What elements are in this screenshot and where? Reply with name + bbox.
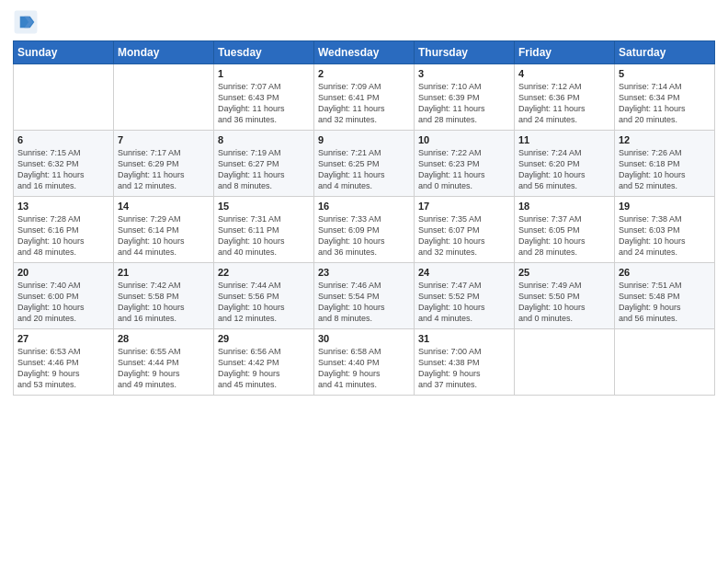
- cell-content: Sunrise: 6:53 AM Sunset: 4:46 PM Dayligh…: [17, 346, 109, 391]
- day-number: 26: [619, 267, 711, 278]
- header-row-days: SundayMondayTuesdayWednesdayThursdayFrid…: [14, 41, 715, 64]
- cell-content: Sunrise: 7:26 AM Sunset: 6:18 PM Dayligh…: [619, 147, 711, 192]
- day-number: 27: [17, 333, 109, 344]
- calendar-cell: 6Sunrise: 7:15 AM Sunset: 6:32 PM Daylig…: [14, 131, 114, 197]
- day-number: 28: [118, 333, 210, 344]
- calendar-cell: 2Sunrise: 7:09 AM Sunset: 6:41 PM Daylig…: [314, 64, 415, 131]
- day-number: 16: [318, 201, 410, 212]
- day-number: 6: [17, 134, 109, 145]
- cell-content: Sunrise: 6:58 AM Sunset: 4:40 PM Dayligh…: [318, 346, 410, 391]
- calendar-cell: 21Sunrise: 7:42 AM Sunset: 5:58 PM Dayli…: [114, 263, 214, 329]
- calendar-cell: 12Sunrise: 7:26 AM Sunset: 6:18 PM Dayli…: [615, 131, 715, 197]
- calendar-cell: [114, 64, 214, 131]
- cell-content: Sunrise: 7:38 AM Sunset: 6:03 PM Dayligh…: [619, 213, 711, 259]
- cell-content: Sunrise: 7:46 AM Sunset: 5:54 PM Dayligh…: [318, 280, 410, 325]
- cell-content: Sunrise: 7:14 AM Sunset: 6:34 PM Dayligh…: [619, 81, 711, 126]
- cell-content: Sunrise: 7:28 AM Sunset: 6:16 PM Dayligh…: [17, 213, 109, 259]
- day-number: 20: [17, 267, 109, 278]
- calendar-week-1: 1Sunrise: 7:07 AM Sunset: 6:43 PM Daylig…: [14, 64, 715, 131]
- cell-content: Sunrise: 7:09 AM Sunset: 6:41 PM Dayligh…: [318, 81, 410, 126]
- calendar-cell: 17Sunrise: 7:35 AM Sunset: 6:07 PM Dayli…: [415, 197, 515, 263]
- calendar-cell: 27Sunrise: 6:53 AM Sunset: 4:46 PM Dayli…: [14, 329, 114, 396]
- calendar-cell: 1Sunrise: 7:07 AM Sunset: 6:43 PM Daylig…: [214, 64, 314, 131]
- day-number: 5: [619, 68, 711, 79]
- day-number: 2: [318, 68, 410, 79]
- day-number: 22: [218, 267, 310, 278]
- calendar-cell: 16Sunrise: 7:33 AM Sunset: 6:09 PM Dayli…: [314, 197, 415, 263]
- calendar-cell: 7Sunrise: 7:17 AM Sunset: 6:29 PM Daylig…: [114, 131, 214, 197]
- day-number: 15: [218, 201, 310, 212]
- day-number: 7: [118, 134, 210, 145]
- calendar-cell: 26Sunrise: 7:51 AM Sunset: 5:48 PM Dayli…: [615, 263, 715, 329]
- calendar-cell: 5Sunrise: 7:14 AM Sunset: 6:34 PM Daylig…: [615, 64, 715, 131]
- day-number: 10: [418, 134, 510, 145]
- cell-content: Sunrise: 7:19 AM Sunset: 6:27 PM Dayligh…: [218, 147, 310, 192]
- calendar-week-3: 13Sunrise: 7:28 AM Sunset: 6:16 PM Dayli…: [14, 197, 715, 263]
- cell-content: Sunrise: 7:42 AM Sunset: 5:58 PM Dayligh…: [118, 280, 210, 325]
- cell-content: Sunrise: 7:07 AM Sunset: 6:43 PM Dayligh…: [218, 81, 310, 126]
- calendar-cell: 18Sunrise: 7:37 AM Sunset: 6:05 PM Dayli…: [515, 197, 615, 263]
- day-number: 31: [418, 333, 510, 344]
- day-number: 9: [318, 134, 410, 145]
- header-day-tuesday: Tuesday: [214, 41, 314, 64]
- calendar-cell: 25Sunrise: 7:49 AM Sunset: 5:50 PM Dayli…: [515, 263, 615, 329]
- day-number: 23: [318, 267, 410, 278]
- cell-content: Sunrise: 7:15 AM Sunset: 6:32 PM Dayligh…: [17, 147, 109, 192]
- calendar-cell: 10Sunrise: 7:22 AM Sunset: 6:23 PM Dayli…: [415, 131, 515, 197]
- day-number: 11: [518, 134, 610, 145]
- logo-icon: [13, 9, 39, 35]
- cell-content: Sunrise: 7:17 AM Sunset: 6:29 PM Dayligh…: [118, 147, 210, 192]
- cell-content: Sunrise: 6:55 AM Sunset: 4:44 PM Dayligh…: [118, 346, 210, 391]
- calendar-cell: 14Sunrise: 7:29 AM Sunset: 6:14 PM Dayli…: [114, 197, 214, 263]
- day-number: 25: [518, 267, 610, 278]
- day-number: 18: [518, 201, 610, 212]
- cell-content: Sunrise: 7:24 AM Sunset: 6:20 PM Dayligh…: [518, 147, 610, 192]
- header-day-sunday: Sunday: [14, 41, 114, 64]
- calendar-cell: 3Sunrise: 7:10 AM Sunset: 6:39 PM Daylig…: [415, 64, 515, 131]
- calendar-cell: 11Sunrise: 7:24 AM Sunset: 6:20 PM Dayli…: [515, 131, 615, 197]
- calendar-cell: 8Sunrise: 7:19 AM Sunset: 6:27 PM Daylig…: [214, 131, 314, 197]
- calendar-cell: 20Sunrise: 7:40 AM Sunset: 6:00 PM Dayli…: [14, 263, 114, 329]
- day-number: 17: [418, 201, 510, 212]
- day-number: 8: [218, 134, 310, 145]
- calendar-cell: 4Sunrise: 7:12 AM Sunset: 6:36 PM Daylig…: [515, 64, 615, 131]
- cell-content: Sunrise: 7:51 AM Sunset: 5:48 PM Dayligh…: [619, 280, 711, 325]
- day-number: 21: [118, 267, 210, 278]
- calendar-cell: 13Sunrise: 7:28 AM Sunset: 6:16 PM Dayli…: [14, 197, 114, 263]
- calendar-cell: 19Sunrise: 7:38 AM Sunset: 6:03 PM Dayli…: [615, 197, 715, 263]
- header-day-wednesday: Wednesday: [314, 41, 415, 64]
- page-container: SundayMondayTuesdayWednesdayThursdayFrid…: [0, 0, 728, 403]
- day-number: 4: [518, 68, 610, 79]
- day-number: 30: [318, 333, 410, 344]
- cell-content: Sunrise: 7:35 AM Sunset: 6:07 PM Dayligh…: [418, 213, 510, 259]
- calendar-cell: 23Sunrise: 7:46 AM Sunset: 5:54 PM Dayli…: [314, 263, 415, 329]
- header-day-friday: Friday: [515, 41, 615, 64]
- cell-content: Sunrise: 7:44 AM Sunset: 5:56 PM Dayligh…: [218, 280, 310, 325]
- day-number: 29: [218, 333, 310, 344]
- calendar-cell: 24Sunrise: 7:47 AM Sunset: 5:52 PM Dayli…: [415, 263, 515, 329]
- cell-content: Sunrise: 7:00 AM Sunset: 4:38 PM Dayligh…: [418, 346, 510, 391]
- day-number: 3: [418, 68, 510, 79]
- header-row: [13, 9, 715, 35]
- calendar-table: SundayMondayTuesdayWednesdayThursdayFrid…: [13, 40, 715, 396]
- calendar-cell: 30Sunrise: 6:58 AM Sunset: 4:40 PM Dayli…: [314, 329, 415, 396]
- header-day-monday: Monday: [114, 41, 214, 64]
- calendar-cell: 22Sunrise: 7:44 AM Sunset: 5:56 PM Dayli…: [214, 263, 314, 329]
- calendar-cell: [515, 329, 615, 396]
- calendar-cell: 15Sunrise: 7:31 AM Sunset: 6:11 PM Dayli…: [214, 197, 314, 263]
- day-number: 1: [218, 68, 310, 79]
- cell-content: Sunrise: 7:49 AM Sunset: 5:50 PM Dayligh…: [518, 280, 610, 325]
- calendar-week-5: 27Sunrise: 6:53 AM Sunset: 4:46 PM Dayli…: [14, 329, 715, 396]
- cell-content: Sunrise: 7:29 AM Sunset: 6:14 PM Dayligh…: [118, 213, 210, 259]
- calendar-cell: 31Sunrise: 7:00 AM Sunset: 4:38 PM Dayli…: [415, 329, 515, 396]
- calendar-cell: 9Sunrise: 7:21 AM Sunset: 6:25 PM Daylig…: [314, 131, 415, 197]
- day-number: 12: [619, 134, 711, 145]
- header-day-thursday: Thursday: [415, 41, 515, 64]
- calendar-week-4: 20Sunrise: 7:40 AM Sunset: 6:00 PM Dayli…: [14, 263, 715, 329]
- day-number: 24: [418, 267, 510, 278]
- header-day-saturday: Saturday: [615, 41, 715, 64]
- logo: [13, 9, 42, 35]
- cell-content: Sunrise: 7:37 AM Sunset: 6:05 PM Dayligh…: [518, 213, 610, 259]
- calendar-week-2: 6Sunrise: 7:15 AM Sunset: 6:32 PM Daylig…: [14, 131, 715, 197]
- cell-content: Sunrise: 7:10 AM Sunset: 6:39 PM Dayligh…: [418, 81, 510, 126]
